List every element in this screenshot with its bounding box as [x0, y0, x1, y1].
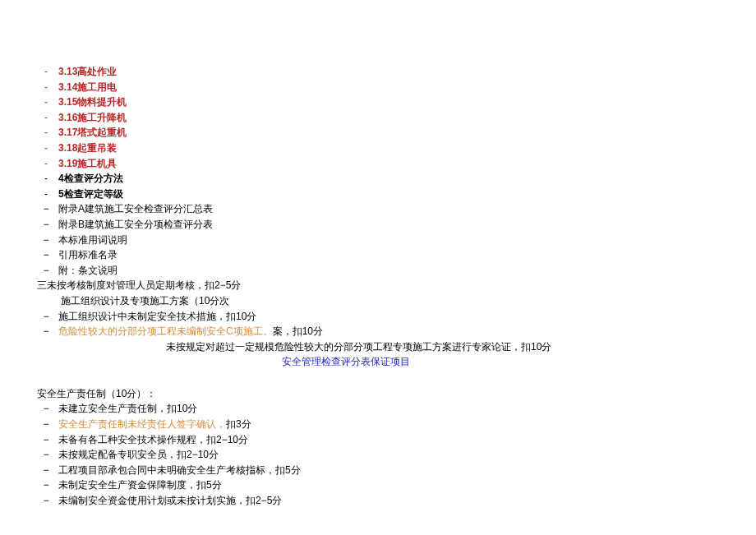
list-bullet: − — [34, 263, 58, 279]
toc-text: 附：条文说明 — [58, 263, 756, 279]
toc-link[interactable]: 4检查评分方法 — [58, 171, 756, 187]
list-item: - 3.17塔式起重机 — [34, 125, 756, 141]
body-text: 施工组织设计及专项施工方案（10分次 — [61, 293, 756, 309]
list-item: - 3.13高处作业 — [34, 64, 756, 80]
list-item: - 3.19施工机具 — [34, 156, 756, 172]
list-item: − 未按规定配备专职安全员，扣2−10分 — [34, 447, 756, 463]
list-bullet: − — [34, 217, 58, 233]
top-toc-list: - 3.13高处作业 - 3.14施工用电 - 3.15物料提升机 - 3.16… — [34, 64, 756, 278]
body-text: 未建立安全生产责任制，扣10分 — [58, 401, 756, 417]
toc-link[interactable]: 3.19施工机具 — [58, 156, 756, 172]
body-text: 危险性较大的分部分项工程未编制安全C项施工。案，扣10分 — [58, 324, 756, 339]
body-text: 工程项目部承包合同中未明确安全生产考核指标，扣5分 — [58, 463, 756, 478]
list-bullet: − — [34, 432, 58, 448]
body-line: − 施工组织设计中未制定安全技术措施，扣10分 — [34, 309, 756, 325]
list-bullet: − — [34, 324, 58, 339]
toc-text: 附录A建筑施工安全检查评分汇总表 — [58, 201, 756, 217]
body-text: 三未按考核制度对管理人员定期考核，扣2−5分 — [37, 278, 756, 293]
list-item: - 4检查评分方法 — [34, 171, 756, 187]
list-bullet: − — [34, 463, 58, 478]
list-item: − 附：条文说明 — [34, 263, 756, 279]
section-title: 安全管理检查评分表保证项目 — [34, 354, 658, 370]
list-bullet: - — [34, 187, 58, 202]
list-item: - 3.14施工用电 — [34, 80, 756, 95]
list-bullet: - — [34, 125, 58, 141]
list-item: − 未制定安全生产资金保障制度，扣5分 — [34, 477, 756, 493]
list-item: − 安全生产责任制未经责任人签字确认，扣3分 — [34, 417, 756, 432]
body-line: 施工组织设计及专项施工方案（10分次 — [34, 293, 756, 309]
list-item: − 引用标准名录 — [34, 247, 756, 263]
list-item: − 本标准用词说明 — [34, 233, 756, 248]
body-line: 未按规定对超过一定规模危险性较大的分部分项工程专项施工方案进行专家论证，扣10分 — [34, 339, 756, 355]
highlighted-text: 安全生产责任制未经责任人签字确认， — [58, 418, 226, 430]
list-item: − 附录B建筑施工安全分项检查评分表 — [34, 217, 756, 233]
toc-link[interactable]: 3.15物料提升机 — [58, 95, 756, 110]
highlighted-text: 危险性较大的分部分项工程未编制安全C项施工。 — [58, 325, 273, 337]
list-bullet: − — [34, 417, 58, 432]
list-item: − 工程项目部承包合同中未明确安全生产考核指标，扣5分 — [34, 463, 756, 478]
section-heading: 安全生产责任制（10分）： — [34, 386, 756, 402]
list-item: - 3.18起重吊装 — [34, 141, 756, 156]
toc-link[interactable]: 5检查评定等级 — [58, 187, 756, 202]
list-bullet: - — [34, 156, 58, 172]
list-bullet: - — [34, 171, 58, 187]
list-item: − 未编制安全资金使用计划或未按计划实施，扣2−5分 — [34, 493, 756, 509]
list-item: − 未建立安全生产责任制，扣10分 — [34, 401, 756, 417]
body-text: 未按规定对超过一定规模危险性较大的分部分项工程专项施工方案进行专家论证，扣10分 — [166, 339, 756, 355]
list-bullet: − — [34, 247, 58, 263]
toc-text: 本标准用词说明 — [58, 233, 756, 248]
list-bullet: - — [34, 80, 58, 95]
list-bullet: − — [34, 233, 58, 248]
body-text: 未编制安全资金使用计划或未按计划实施，扣2−5分 — [58, 493, 756, 509]
body-text: 未备有各工种安全技术操作规程，扣2−10分 — [58, 432, 756, 448]
body-text: 扣3分 — [226, 418, 251, 430]
list-bullet: - — [34, 64, 58, 80]
toc-link[interactable]: 3.18起重吊装 — [58, 141, 756, 156]
list-bullet: − — [34, 401, 58, 417]
body-text: 未按规定配备专职安全员，扣2−10分 — [58, 447, 756, 463]
list-bullet: − — [34, 477, 58, 493]
body-text: 案，扣10分 — [273, 325, 323, 337]
list-item: − 未备有各工种安全技术操作规程，扣2−10分 — [34, 432, 756, 448]
document-page: { "top_list": [ { "bullet": "-", "bullet… — [0, 0, 756, 535]
body-text: 安全生产责任制未经责任人签字确认，扣3分 — [58, 417, 756, 432]
body-line: − 危险性较大的分部分项工程未编制安全C项施工。案，扣10分 — [34, 324, 756, 339]
mid-block: 三未按考核制度对管理人员定期考核，扣2−5分 施工组织设计及专项施工方案（10分… — [34, 278, 756, 370]
list-item: - 3.15物料提升机 — [34, 95, 756, 110]
list-item: - 5检查评定等级 — [34, 187, 756, 202]
body-line: 三未按考核制度对管理人员定期考核，扣2−5分 — [34, 278, 756, 293]
list-bullet: - — [34, 95, 58, 110]
heading-text: 安全生产责任制（10分）： — [37, 386, 756, 402]
toc-text: 引用标准名录 — [58, 247, 756, 263]
list-bullet: − — [34, 447, 58, 463]
list-bullet: − — [34, 309, 58, 325]
toc-link[interactable]: 3.13高处作业 — [58, 64, 756, 80]
section-safety-responsibility: 安全生产责任制（10分）： − 未建立安全生产责任制，扣10分 − 安全生产责任… — [34, 386, 756, 509]
list-item: - 3.16施工升降机 — [34, 110, 756, 126]
list-bullet: − — [34, 493, 58, 509]
toc-link[interactable]: 3.14施工用电 — [58, 80, 756, 95]
list-item: − 附录A建筑施工安全检查评分汇总表 — [34, 201, 756, 217]
toc-text: 附录B建筑施工安全分项检查评分表 — [58, 217, 756, 233]
list-bullet: − — [34, 201, 58, 217]
body-text: 施工组织设计中未制定安全技术措施，扣10分 — [58, 309, 756, 325]
toc-link[interactable]: 3.17塔式起重机 — [58, 125, 756, 141]
list-bullet: - — [34, 141, 58, 156]
list-bullet: - — [34, 110, 58, 126]
body-text: 未制定安全生产资金保障制度，扣5分 — [58, 477, 756, 493]
toc-link[interactable]: 3.16施工升降机 — [58, 110, 756, 126]
